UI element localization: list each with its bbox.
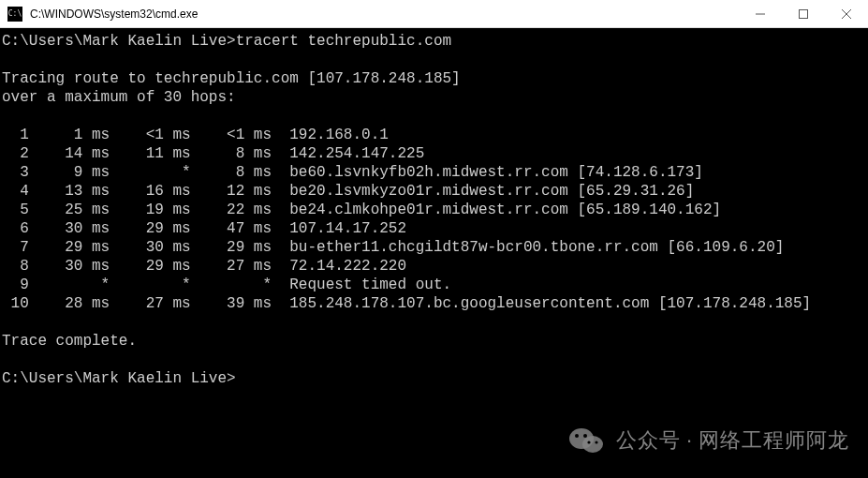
prompt-line: C:\Users\Mark Kaelin Live>tracert techre… bbox=[2, 33, 451, 50]
window-controls bbox=[739, 0, 868, 27]
watermark: 公众号 · 网络工程师阿龙 bbox=[567, 422, 849, 459]
maximize-button[interactable] bbox=[782, 0, 825, 27]
hops-list: 1 1 ms <1 ms <1 ms 192.168.0.1 2 14 ms 1… bbox=[2, 127, 811, 312]
maximize-icon bbox=[799, 9, 808, 19]
close-icon bbox=[842, 9, 851, 19]
svg-point-5 bbox=[582, 436, 603, 453]
close-button[interactable] bbox=[825, 0, 868, 27]
window-title: C:\WINDOWS\system32\cmd.exe bbox=[30, 7, 739, 21]
wechat-icon bbox=[567, 422, 605, 459]
svg-point-6 bbox=[575, 434, 579, 438]
watermark-label: 公众号 bbox=[616, 426, 681, 455]
svg-rect-1 bbox=[800, 9, 808, 18]
svg-point-7 bbox=[583, 434, 587, 438]
watermark-separator: · bbox=[686, 428, 693, 453]
svg-point-8 bbox=[587, 441, 590, 443]
terminal-output[interactable]: C:\Users\Mark Kaelin Live>tracert techre… bbox=[0, 28, 868, 392]
trace-header-1: Tracing route to techrepublic.com [107.1… bbox=[2, 70, 461, 87]
minimize-button[interactable] bbox=[739, 0, 782, 27]
prompt-end: C:\Users\Mark Kaelin Live> bbox=[2, 370, 236, 387]
window-titlebar: C:\ C:\WINDOWS\system32\cmd.exe bbox=[0, 0, 868, 28]
trace-header-2: over a maximum of 30 hops: bbox=[2, 89, 236, 106]
prompt: C:\Users\Mark Kaelin Live> bbox=[2, 33, 236, 50]
command-text: tracert techrepublic.com bbox=[236, 33, 451, 50]
svg-point-9 bbox=[595, 441, 597, 443]
cmd-icon: C:\ bbox=[7, 7, 22, 22]
trace-complete: Trace complete. bbox=[2, 333, 137, 350]
cmd-icon-glyph: C:\ bbox=[8, 10, 22, 18]
minimize-icon bbox=[756, 9, 765, 19]
watermark-name: 网络工程师阿龙 bbox=[699, 426, 849, 455]
